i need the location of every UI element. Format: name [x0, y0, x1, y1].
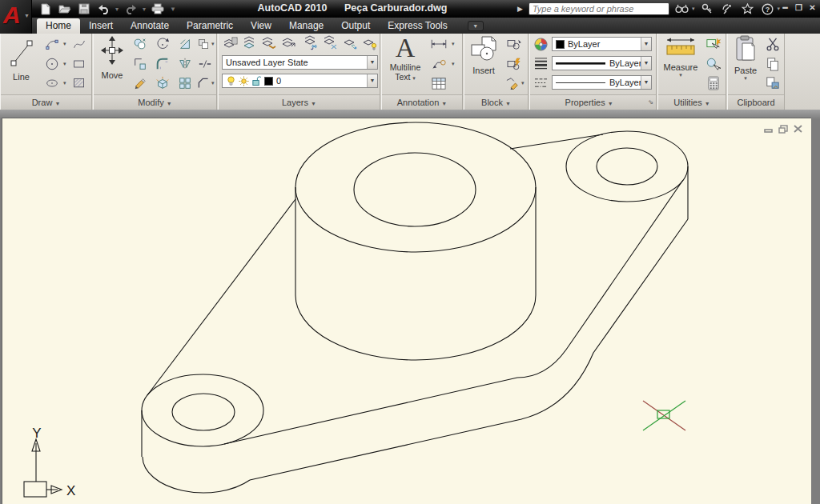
circle-dropdown[interactable]: ▾ [63, 61, 66, 67]
table-button[interactable] [428, 74, 449, 92]
panel-label-properties[interactable]: Properties ▼ ⇘ [530, 94, 656, 110]
dimension-dropdown[interactable]: ▾ [452, 41, 455, 47]
search-input[interactable] [529, 2, 669, 15]
minimize-button[interactable]: ━ [779, 2, 791, 14]
define-attributes-button[interactable] [504, 74, 521, 92]
panel-label-modify[interactable]: Modify ▼ [94, 94, 216, 110]
search-button[interactable] [675, 2, 689, 16]
redo-button[interactable] [123, 2, 138, 16]
ellipse-button[interactable] [42, 74, 62, 92]
layer-combo[interactable]: 0 ▼ [222, 74, 378, 88]
stack-dropdown[interactable]: ▾ [211, 41, 215, 47]
redo-dropdown[interactable]: ▾ [143, 6, 146, 13]
undo-dropdown[interactable]: ▾ [115, 6, 119, 13]
chamfer-dropdown[interactable]: ▾ [211, 80, 215, 86]
copy-clip-button[interactable] [763, 55, 782, 73]
erase-button[interactable] [131, 74, 150, 92]
tab-view[interactable]: View [242, 18, 280, 34]
move-button[interactable]: Move [95, 35, 129, 93]
copy-button[interactable] [131, 35, 150, 53]
quick-calc-button[interactable] [704, 74, 723, 92]
arc-dropdown[interactable]: ▾ [63, 41, 66, 47]
drawing-canvas[interactable]: Y X [2, 118, 811, 504]
create-block-button[interactable] [504, 35, 524, 53]
lineweight-combo[interactable]: ByLayer ▼ [552, 56, 652, 70]
panel-label-block[interactable]: Block ▼ [464, 94, 528, 110]
ellipse-dropdown[interactable]: ▾ [63, 80, 66, 86]
plot-button[interactable] [151, 2, 165, 16]
panel-label-layers[interactable]: Layers ▼ [219, 94, 380, 110]
circle-button[interactable] [42, 55, 62, 73]
explode-button[interactable] [153, 74, 172, 92]
mtext-dropdown[interactable]: ▾ [412, 75, 416, 81]
rectangle-button[interactable] [70, 55, 89, 73]
leader-button[interactable] [428, 55, 449, 73]
linetype-combo[interactable]: ByLayer ▼ [552, 75, 652, 90]
quick-select-button[interactable] [704, 35, 723, 53]
fillet-button[interactable] [153, 55, 172, 73]
measure-button[interactable]: Measure ▾ [661, 35, 701, 93]
tab-home[interactable]: Home [37, 18, 80, 34]
properties-dialog-launcher[interactable]: ⇘ [648, 95, 653, 110]
layer-off-button[interactable] [320, 34, 340, 52]
line-button[interactable]: Line [3, 35, 39, 93]
subscription-button[interactable] [700, 2, 714, 16]
tab-output[interactable]: Output [332, 18, 379, 34]
save-button[interactable] [77, 2, 91, 16]
layer-states-button[interactable] [240, 34, 259, 52]
restore-button[interactable]: ❐ [793, 2, 805, 14]
break-button[interactable] [195, 55, 215, 73]
mirror-button[interactable] [175, 55, 195, 73]
rotate-button[interactable] [153, 35, 172, 53]
measure-dropdown[interactable]: ▾ [661, 72, 701, 78]
multiline-text-button[interactable]: A Multiline Text ▾ [384, 34, 426, 94]
doc-close-button[interactable] [792, 124, 803, 134]
layer-on-button[interactable] [360, 34, 380, 52]
close-button[interactable]: ✕ [806, 2, 818, 14]
edit-block-button[interactable] [504, 55, 524, 73]
insert-block-button[interactable]: Insert [466, 35, 501, 93]
lineweight-button[interactable] [532, 55, 549, 71]
favorites-button[interactable] [740, 2, 754, 16]
paste-special-button[interactable] [763, 74, 782, 92]
stretch-button[interactable] [131, 55, 150, 73]
tab-insert[interactable]: Insert [80, 18, 122, 34]
arc-button[interactable] [42, 35, 62, 53]
open-file-button[interactable] [58, 2, 72, 16]
tab-annotate[interactable]: Annotate [122, 18, 178, 34]
leader-dropdown[interactable]: ▾ [452, 61, 455, 67]
color-combo[interactable]: ByLayer ▼ [552, 37, 652, 51]
tab-express-tools[interactable]: Express Tools [379, 18, 456, 34]
dimension-button[interactable] [428, 35, 449, 53]
hatch-button[interactable] [70, 74, 89, 92]
panel-label-clipboard[interactable]: Clipboard [728, 94, 784, 110]
undo-button[interactable] [96, 2, 111, 16]
layer-state-combo[interactable]: Unsaved Layer State ▼ [222, 55, 378, 70]
layer-freeze-button[interactable] [301, 34, 320, 52]
panel-label-draw[interactable]: Draw ▼ [1, 94, 91, 110]
communication-center-button[interactable] [720, 2, 734, 16]
tab-manage[interactable]: Manage [280, 18, 332, 34]
cut-button[interactable] [763, 35, 782, 53]
layer-unisolate-button[interactable] [279, 34, 298, 52]
tab-parametric[interactable]: Parametric [178, 18, 242, 34]
chamfer-button[interactable] [195, 74, 211, 92]
minimize-ribbon-button[interactable]: ▼ [468, 21, 484, 31]
scale-button[interactable] [175, 35, 195, 53]
doc-restore-button[interactable] [778, 124, 789, 134]
doc-minimize-button[interactable] [763, 124, 774, 134]
qat-customize-dropdown[interactable]: ▼ [170, 6, 176, 13]
application-menu-button[interactable]: A ▼ [0, 0, 32, 34]
paste-button[interactable]: Paste ▾ [730, 35, 762, 93]
search-dropdown[interactable]: ▾ [692, 6, 695, 12]
layer-properties-button[interactable] [221, 34, 240, 52]
help-button[interactable]: ? [760, 2, 774, 16]
new-file-button[interactable] [38, 2, 53, 16]
attributes-dropdown[interactable]: ▾ [521, 80, 525, 86]
infocenter-toggle-icon[interactable]: ▶ [517, 5, 523, 13]
copy-stack-button[interactable] [195, 35, 211, 53]
point-marker[interactable] [643, 401, 685, 430]
paste-dropdown[interactable]: ▾ [730, 75, 762, 82]
array-button[interactable] [175, 74, 195, 92]
layer-lock-button[interactable] [341, 34, 360, 52]
